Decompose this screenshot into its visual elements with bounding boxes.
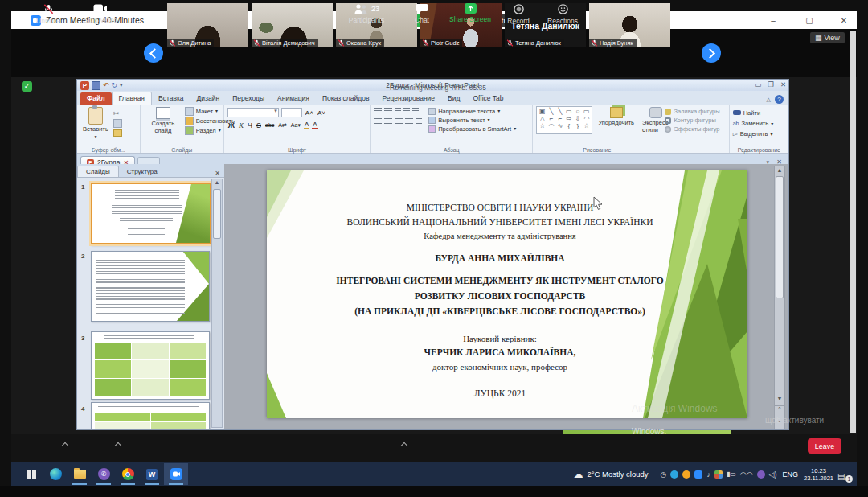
ppt-minimize-button[interactable]: ▭ <box>755 80 761 88</box>
char-spacing-icon[interactable]: A⇄ <box>277 122 288 129</box>
tab-home[interactable]: Главная <box>112 92 152 105</box>
help-icon[interactable]: ? <box>775 95 784 104</box>
cut-icon[interactable]: ✂ <box>113 109 122 117</box>
ppt-restore-button[interactable]: ❐ <box>768 80 774 88</box>
scroll-down-icon[interactable]: ▼ <box>775 396 784 401</box>
paste-button[interactable]: Вставить ▾ <box>80 106 111 140</box>
select-button[interactable]: ▻Выделить ▾ <box>733 129 785 138</box>
copy-icon[interactable] <box>113 119 122 128</box>
shadow-button[interactable]: S <box>256 121 262 129</box>
tab-insert[interactable]: Вставка <box>152 92 190 105</box>
slide-thumbnail-2[interactable] <box>91 251 210 322</box>
gallery-prev-button[interactable] <box>144 43 163 63</box>
current-slide[interactable]: МІНІСТЕРСТВО ОСВІТИ І НАУКИ УКРАЇНИ ВОЛИ… <box>267 170 747 418</box>
slide-thumbnail-4[interactable] <box>91 402 210 429</box>
font-size-combobox[interactable] <box>281 108 302 117</box>
scrollbar-thumb[interactable] <box>776 176 784 298</box>
minimize-button[interactable]: – <box>765 13 781 27</box>
decrease-indent-icon[interactable] <box>395 108 401 114</box>
shape-outline-button[interactable]: Контур фигуры <box>665 117 725 124</box>
shrink-font-icon[interactable]: A˅ <box>317 109 326 117</box>
taskbar-explorer-icon[interactable] <box>68 463 92 485</box>
antivirus-shield-icon[interactable]: ✓ <box>22 81 32 92</box>
tray-mic-icon[interactable]: ♪ <box>706 470 710 479</box>
new-slide-button[interactable]: Создать слайд <box>144 106 182 135</box>
video-tile[interactable]: Віталія Демидович <box>252 3 333 47</box>
arrange-button[interactable]: Упорядочить <box>596 106 637 134</box>
wifi-icon[interactable]: ◠◠ <box>740 470 753 479</box>
slide-scrollbar[interactable]: ▲ ▼ ⌃ ⌄ <box>774 166 785 429</box>
taskbar-chrome-icon[interactable] <box>116 463 140 485</box>
align-left-icon[interactable] <box>374 118 382 125</box>
italic-button[interactable]: К <box>238 121 244 129</box>
weather-text[interactable]: 2°C Mostly cloudy <box>587 470 648 479</box>
tray-status-icon[interactable] <box>682 470 690 479</box>
scroll-up-icon[interactable]: ▲ <box>212 179 222 185</box>
ppt-close-button[interactable]: ✕ <box>780 80 786 88</box>
reactions-button[interactable]: Reactions <box>540 3 585 25</box>
language-indicator[interactable]: ENG <box>783 470 799 479</box>
scroll-up-icon[interactable]: ▲ <box>775 167 784 173</box>
collapse-ribbon-icon[interactable]: △ <box>767 97 771 103</box>
format-painter-icon[interactable] <box>113 129 122 137</box>
taskbar-zoom-icon[interactable] <box>164 463 188 485</box>
tray-zoom-icon[interactable] <box>694 470 702 479</box>
tab-slideshow[interactable]: Показ слайдов <box>316 92 376 105</box>
taskbar-viber-icon[interactable]: ✆ <box>92 463 116 485</box>
tab-transitions[interactable]: Переходы <box>226 92 271 105</box>
grow-font-icon[interactable]: A˄ <box>305 109 314 117</box>
close-button[interactable]: ✕ <box>836 13 852 27</box>
columns-icon[interactable] <box>416 118 422 125</box>
tab-file[interactable]: Файл <box>80 92 112 105</box>
tray-telegram-icon[interactable] <box>670 470 678 479</box>
taskbar-edge-icon[interactable] <box>43 463 68 485</box>
replace-button[interactable]: abЗаменить ▾ <box>733 118 785 128</box>
chat-button[interactable]: Chat <box>406 3 438 24</box>
prev-slide-button[interactable]: ⌃ <box>775 405 784 413</box>
stop-video-button[interactable]: Stop Video <box>74 3 127 24</box>
view-button[interactable]: ▦ View <box>810 32 845 43</box>
gallery-next-button[interactable] <box>702 43 721 63</box>
underline-button[interactable]: Ч <box>247 121 253 129</box>
tab-design[interactable]: Дизайн <box>190 92 227 105</box>
shapes-gallery[interactable]: ▣╲╲▭○▭ △⌐⌐⇨⇩◠ ☆◠∿{}☆ <box>536 106 592 134</box>
numbering-icon[interactable] <box>384 108 392 114</box>
increase-indent-icon[interactable] <box>403 108 410 114</box>
font-color-icon[interactable]: А <box>312 121 317 129</box>
share-screen-button[interactable]: Share Screen <box>444 3 497 23</box>
strikethrough-button[interactable]: abc <box>264 122 275 128</box>
panel-scrollbar[interactable]: ▲ <box>211 179 223 428</box>
change-case-icon[interactable]: Aa▾ <box>290 122 301 129</box>
video-tile[interactable]: Надія Буняк <box>589 3 670 47</box>
justify-icon[interactable] <box>405 118 413 125</box>
volume-icon[interactable]: ◁) <box>769 470 777 479</box>
tray-viber-icon[interactable] <box>757 470 765 479</box>
tab-slides[interactable]: Слайды <box>77 166 119 177</box>
bold-button[interactable]: Ж <box>227 121 235 129</box>
tab-view[interactable]: Вид <box>441 92 466 105</box>
highlight-color-icon[interactable]: А <box>304 121 309 129</box>
font-name-combobox[interactable] <box>227 108 279 117</box>
line-spacing-icon[interactable] <box>412 108 419 114</box>
slide-thumbnail-3[interactable] <box>91 331 210 400</box>
unmute-button[interactable]: Unmute <box>24 3 72 25</box>
tab-office-tab[interactable]: Office Tab <box>466 92 510 105</box>
video-tile[interactable]: Оля Дитина <box>167 3 248 47</box>
participants-button[interactable]: 23 Participants <box>338 3 395 24</box>
maximize-button[interactable]: ▢ <box>801 13 817 27</box>
record-button[interactable]: Record <box>500 3 537 25</box>
tray-overflow-icon[interactable]: ◷ <box>661 470 667 479</box>
shape-effects-button[interactable]: Эффекты фигур <box>665 125 725 133</box>
taskbar-clock[interactable]: 10:23 23.11.2021 <box>804 467 833 482</box>
shape-fill-button[interactable]: Заливка фигуры <box>665 108 725 115</box>
start-button[interactable] <box>19 463 43 485</box>
text-direction-button[interactable]: Направление текста ▾ <box>428 108 516 115</box>
notification-center-button[interactable]: ▤ 1 <box>837 468 850 481</box>
find-button[interactable]: Найти <box>733 108 785 117</box>
tab-review[interactable]: Рецензирование <box>375 92 441 105</box>
slide-thumbnail-1[interactable] <box>91 183 211 244</box>
align-right-icon[interactable] <box>395 118 403 125</box>
tab-animations[interactable]: Анимация <box>271 92 316 105</box>
align-text-button[interactable]: Выровнять текст ▾ <box>428 117 516 124</box>
scrollbar-thumb[interactable] <box>213 189 221 239</box>
